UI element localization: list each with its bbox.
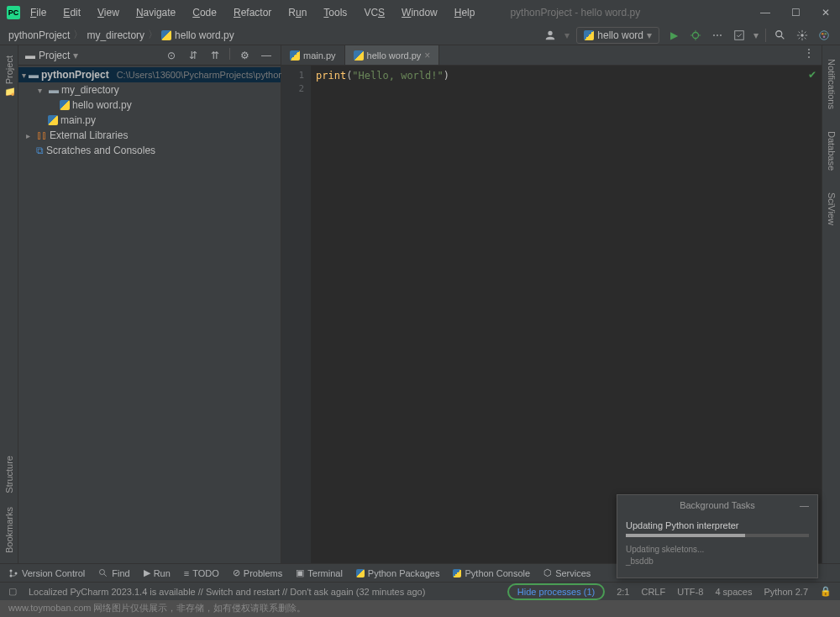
python-icon xyxy=(584,30,594,40)
window-title: pythonProject - hello word.py xyxy=(485,7,754,18)
chevron-right-icon: 〉 xyxy=(73,28,83,42)
tree-file[interactable]: main.py xyxy=(18,113,281,128)
problems-button[interactable]: ⊘ Problems xyxy=(233,567,282,578)
menu-tools[interactable]: Tools xyxy=(317,3,354,22)
python-packages-button[interactable]: Python Packages xyxy=(356,568,440,578)
menu-refactor[interactable]: Refactor xyxy=(227,3,278,22)
status-icon[interactable]: ▢ xyxy=(8,586,17,597)
tree-scratches[interactable]: ⧉ Scratches and Consoles xyxy=(18,143,281,158)
bg-task-sub1: Updating skeletons... xyxy=(626,544,809,556)
svg-point-0 xyxy=(549,30,553,34)
editor-area: main.py hello word.py × ⋮ 1 2 print("Hel… xyxy=(281,45,822,563)
tab-hello-word[interactable]: hello word.py × xyxy=(345,45,440,65)
project-tree[interactable]: ▾ ▬ pythonProject C:\Users\13600\Pycharm… xyxy=(18,66,281,160)
background-tasks-popup: Background Tasks — Updating Python inter… xyxy=(617,494,818,578)
services-button[interactable]: ⬡ Services xyxy=(543,567,591,578)
main-area: 📁Project Structure Bookmarks ▬ Project ▾… xyxy=(0,45,840,563)
maximize-icon[interactable]: ☐ xyxy=(788,5,803,20)
minimize-popup-icon[interactable]: — xyxy=(800,500,809,510)
hide-panel-icon[interactable]: — xyxy=(259,48,274,63)
tree-folder[interactable]: ▾ ▬ my_directory xyxy=(18,82,281,98)
structure-tool-button[interactable]: Structure xyxy=(4,449,14,500)
editor-body[interactable]: 1 2 print("Hello, world!") ✔ xyxy=(281,66,822,563)
menu-view[interactable]: View xyxy=(91,3,126,22)
bg-task-sub2: _bsddb xyxy=(626,556,809,567)
python-file-icon xyxy=(60,100,70,110)
interpreter-info[interactable]: Python 2.7 xyxy=(764,587,808,597)
tree-file[interactable]: hello word.py xyxy=(18,98,281,113)
indent-info[interactable]: 4 spaces xyxy=(715,587,752,597)
run-button[interactable]: ▶ xyxy=(666,28,681,43)
tab-close-icon[interactable]: × xyxy=(424,50,430,61)
inspection-ok-icon[interactable]: ✔ xyxy=(808,69,816,81)
find-button[interactable]: Find xyxy=(98,568,129,578)
run-with-coverage-button[interactable] xyxy=(732,28,747,43)
left-tool-strip: 📁Project Structure Bookmarks xyxy=(0,45,18,563)
menu-file[interactable]: File xyxy=(24,3,53,22)
menu-navigate[interactable]: Navigate xyxy=(129,3,182,22)
database-tool-button[interactable]: Database xyxy=(827,124,837,177)
ide-colors-icon[interactable] xyxy=(816,28,832,43)
project-panel: ▬ Project ▾ ⊙ ⇵ ⇈ ⚙ — ▾ ▬ pythonProject xyxy=(18,45,281,563)
caret-position[interactable]: 2:1 xyxy=(617,587,629,597)
nav-toolbar: pythonProject 〉 my_directory 〉 hello wor… xyxy=(0,25,840,45)
settings-icon[interactable] xyxy=(795,28,810,43)
svg-point-14 xyxy=(10,569,13,572)
chevron-down-icon[interactable]: ▾ xyxy=(73,50,78,61)
version-control-button[interactable]: Version Control xyxy=(8,568,85,578)
hide-processes-button[interactable]: Hide processes (1) xyxy=(507,583,605,600)
ide-window: PC File Edit View Navigate Code Refactor… xyxy=(0,0,840,617)
page-watermark: www.toymoban.com 网络图片仅供展示，非存储，如有侵权请联系删除。 xyxy=(0,600,840,617)
terminal-button[interactable]: ▣ Terminal xyxy=(296,567,343,578)
collapse-all-icon[interactable]: ⇈ xyxy=(207,48,223,63)
breadcrumb: pythonProject 〉 my_directory 〉 hello wor… xyxy=(8,28,234,42)
python-file-icon xyxy=(161,30,171,40)
project-tool-button[interactable]: 📁Project xyxy=(3,49,14,105)
user-icon[interactable] xyxy=(543,28,558,43)
python-file-icon xyxy=(290,50,300,61)
more-run-button[interactable]: ⋯ xyxy=(710,28,725,43)
svg-point-12 xyxy=(824,32,827,34)
file-encoding[interactable]: UTF-8 xyxy=(677,587,703,597)
menu-edit[interactable]: Edit xyxy=(56,3,87,22)
breadcrumb-project[interactable]: pythonProject xyxy=(8,29,70,41)
svg-line-18 xyxy=(104,573,107,576)
select-opened-file-icon[interactable]: ⊙ xyxy=(164,48,179,63)
project-panel-title: Project xyxy=(39,50,70,61)
notifications-tool-button[interactable]: Notifications xyxy=(827,52,837,116)
tab-main[interactable]: main.py xyxy=(281,45,345,65)
breadcrumb-file[interactable]: hello word.py xyxy=(175,29,234,41)
panel-settings-icon[interactable]: ⚙ xyxy=(237,48,252,63)
project-panel-header: ▬ Project ▾ ⊙ ⇵ ⇈ ⚙ — xyxy=(18,45,281,66)
close-icon[interactable]: ✕ xyxy=(818,5,833,20)
todo-button[interactable]: ≡ TODO xyxy=(184,568,219,578)
svg-point-13 xyxy=(823,35,826,38)
run-config-selector[interactable]: hello word ▾ xyxy=(576,27,659,44)
expand-all-icon[interactable]: ⇵ xyxy=(186,48,201,63)
svg-point-11 xyxy=(822,32,824,34)
breadcrumb-dir[interactable]: my_directory xyxy=(87,29,144,41)
line-separator[interactable]: CRLF xyxy=(641,587,665,597)
python-console-button[interactable]: Python Console xyxy=(453,568,530,578)
minimize-icon[interactable]: — xyxy=(758,5,773,20)
python-file-icon xyxy=(48,115,58,125)
svg-point-15 xyxy=(10,574,13,577)
svg-point-1 xyxy=(693,32,699,38)
code-content[interactable]: print("Hello, world!") xyxy=(311,66,822,563)
menu-run[interactable]: Run xyxy=(281,3,313,22)
menu-help[interactable]: Help xyxy=(448,3,482,22)
debug-button[interactable] xyxy=(688,28,703,43)
lock-icon[interactable]: 🔒 xyxy=(820,586,832,597)
tree-external-libs[interactable]: ▸ ⫿⫿ External Libraries xyxy=(18,128,281,143)
status-message[interactable]: Localized PyCharm 2023.1.4 is available … xyxy=(29,587,425,597)
menu-window[interactable]: Window xyxy=(395,3,444,22)
bg-task-name: Updating Python interpreter xyxy=(626,520,809,530)
sciview-tool-button[interactable]: SciView xyxy=(827,186,837,232)
tab-menu-icon[interactable]: ⋮ xyxy=(801,45,816,61)
run-tool-button[interactable]: ▶ Run xyxy=(144,567,171,578)
menu-vcs[interactable]: VCS xyxy=(357,3,391,22)
bookmarks-tool-button[interactable]: Bookmarks xyxy=(4,500,14,560)
tree-root[interactable]: ▾ ▬ pythonProject C:\Users\13600\Pycharm… xyxy=(18,67,281,82)
search-icon[interactable] xyxy=(773,28,788,43)
menu-code[interactable]: Code xyxy=(186,3,223,22)
